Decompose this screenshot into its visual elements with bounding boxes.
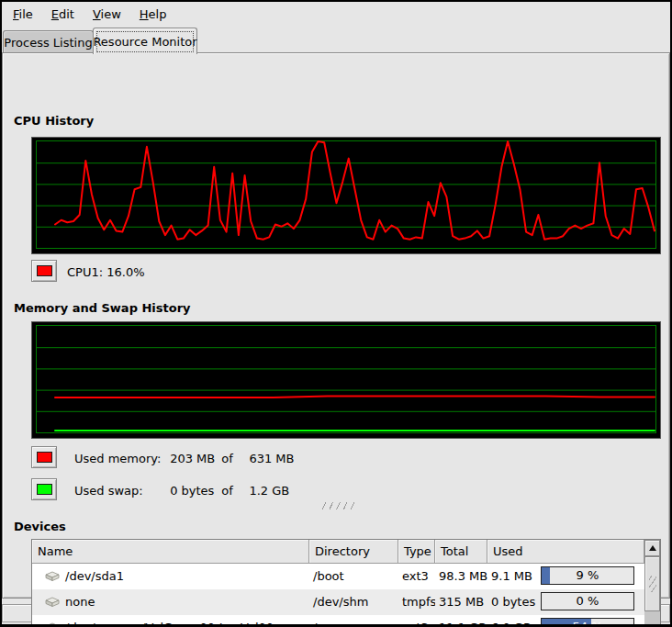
used-swap-color-button[interactable] [31,478,57,500]
scrollbar-thumb[interactable] [644,556,660,611]
tab-process-listing-label: Process Listing [4,36,92,50]
device-used: 0 bytes [491,595,535,609]
table-row[interactable]: none /dev/shm tmpfs 315 MB 0 bytes 0 % [32,589,644,615]
menu-help[interactable]: Help [130,4,176,25]
tab-process-listing[interactable]: Process Listing [3,30,94,54]
disk-icon [45,622,60,627]
menubar: File Edit View Help [2,2,670,27]
usage-percent-label: 0 % [542,593,633,610]
resource-monitor-page: CPU History CPU1: 16.0% Memory and Swap … [2,52,670,599]
column-header-name[interactable]: Name [32,540,309,564]
memory-swap-graph [31,321,661,439]
used-swap-color-swatch [37,484,52,495]
device-type: tmpfs [398,589,435,615]
usage-percent-label: 9 % [542,567,633,584]
scroll-up-button[interactable] [644,540,660,556]
used-swap-label: Used swap: [74,484,166,498]
device-name: /dev/mapper/VolGroup00-LogVol00 [65,615,274,627]
usage-progress-bar: 54 % [541,618,634,627]
device-name: /dev/sda1 [65,564,124,589]
cpu-history-graph [31,137,661,254]
device-name: none [65,589,95,615]
cpu1-color-button[interactable] [31,260,57,282]
device-used: 6.0 GB [491,621,532,627]
used-memory-value: 203 MB [170,452,218,465]
column-header-used[interactable]: Used [487,540,644,564]
menu-file[interactable]: File [4,4,42,25]
device-total: 98.3 MB [435,564,487,589]
devices-table-header: Name Directory Type Total Used [32,540,644,564]
vertical-scrollbar[interactable] [644,540,660,627]
device-type: ext3 [398,564,435,589]
device-directory: /boot [309,564,398,589]
cpu1-color-swatch [37,265,52,276]
menu-view[interactable]: View [84,4,130,25]
usage-progress-bar: 0 % [541,592,634,610]
used-memory-label: Used memory: [74,452,166,465]
usage-progress-bar: 9 % [541,566,634,585]
used-swap-legend: Used swap: 0 bytes of 1.2 GB [74,484,289,498]
memory-total-value: 631 MB [249,452,294,465]
arrow-up-icon [649,545,656,551]
devices-table: Name Directory Type Total Used /dev/sda1… [31,539,661,627]
used-memory-color-swatch [37,452,52,463]
table-row[interactable]: /dev/sda1 /boot ext3 98.3 MB 9.1 MB 9 % [32,564,644,589]
system-monitor-window: File Edit View Help Process Listing Reso… [0,0,672,627]
cpu-history-title: CPU History [14,114,94,128]
used-swap-of: of [221,484,245,498]
swap-total-value: 1.2 GB [249,484,289,498]
devices-table-rows: /dev/sda1 /boot ext3 98.3 MB 9.1 MB 9 % [32,564,644,627]
used-memory-legend: Used memory: 203 MB of 631 MB [74,452,295,465]
pane-resize-grip[interactable] [322,502,357,509]
device-directory: / [309,615,398,627]
tab-resource-monitor-label: Resource Monitor [93,35,196,49]
table-row[interactable]: /dev/mapper/VolGroup00-LogVol00 / ext3 1… [32,615,644,627]
device-used: 9.1 MB [491,569,532,583]
tab-resource-monitor[interactable]: Resource Monitor [93,28,197,54]
devices-title: Devices [14,520,66,533]
cpu1-legend-label: CPU1: 16.0% [67,265,145,279]
menu-edit[interactable]: Edit [42,4,84,25]
device-directory: /dev/shm [309,589,398,615]
memory-swap-title: Memory and Swap History [14,301,191,315]
column-header-type[interactable]: Type [398,540,435,564]
column-header-total[interactable]: Total [435,540,487,564]
device-total: 11.1 GB [435,615,487,627]
device-type: ext3 [398,615,435,627]
disk-icon [45,597,60,608]
used-swap-value: 0 bytes [170,484,218,498]
column-header-directory[interactable]: Directory [309,540,398,564]
disk-icon [45,571,60,582]
used-memory-of: of [221,452,245,465]
used-memory-color-button[interactable] [31,446,57,468]
device-total: 315 MB [435,589,487,615]
usage-percent-label: 54 % [542,619,633,627]
